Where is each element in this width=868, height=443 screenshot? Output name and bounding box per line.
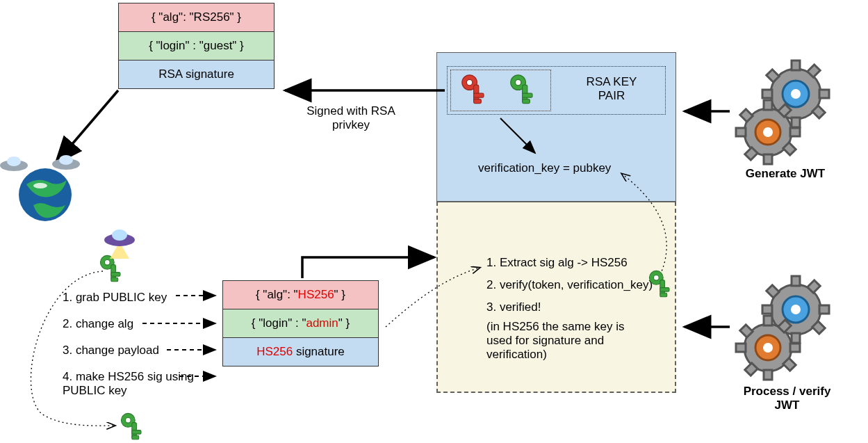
gears-generate-icon [736, 61, 829, 164]
svg-point-37 [59, 155, 73, 165]
generate-jwt-label: Generate JWT [740, 167, 830, 181]
attack-step-2: 2. change alg [63, 317, 133, 331]
jwt-forged-header: { "alg": "HS256" } [223, 281, 378, 309]
svg-point-36 [52, 159, 80, 170]
ufo-attacker-icon [104, 229, 135, 259]
jwt-forged-payload: { "login" : "admin" } [223, 309, 378, 338]
process-verify-label: Process / verify JWT [733, 385, 841, 412]
attack-step-4: 4. make HS256 sig using PUBLIC key [63, 370, 202, 398]
svg-point-40 [112, 229, 127, 241]
jwt-original: { "alg": "RS256" } { "login" : "guest" }… [118, 3, 275, 89]
signed-with-label: Signed with RSA privkey [292, 104, 410, 132]
jwt-original-payload: { "login" : "guest" } [119, 32, 274, 61]
arrow-forged-to-server [302, 257, 434, 278]
svg-point-35 [7, 156, 21, 166]
ufo-left-icon [0, 156, 28, 171]
jwt-forged: { "alg": "HS256" } { "login" : "admin" }… [222, 280, 379, 367]
attack-step-3: 3. change payload [63, 344, 159, 357]
loose-key-icon [121, 413, 141, 439]
verification-key-label: verification_key = pubkey [478, 161, 611, 175]
svg-point-33 [33, 183, 47, 188]
ufo-right-icon [52, 155, 80, 170]
gears-verify-icon [736, 276, 829, 380]
attacker-key-icon [100, 255, 120, 281]
jwt-original-header: { "alg": "RS256" } [119, 3, 274, 32]
server-verify-box [436, 202, 676, 393]
svg-marker-38 [110, 242, 129, 259]
keypair-label: RSA KEY PAIR [573, 75, 650, 103]
svg-point-32 [19, 168, 72, 221]
svg-point-34 [0, 160, 28, 171]
verify-step-4: (in HS256 the same key is used for signa… [486, 320, 646, 362]
verify-step-3: 3. verified! [486, 300, 541, 314]
svg-point-39 [104, 234, 135, 246]
diagram-canvas: { "alg": "RS256" } { "login" : "guest" }… [0, 0, 868, 443]
attack-step-1: 1. grab PUBLIC key [63, 291, 167, 305]
globe-icon [19, 168, 72, 221]
verify-step-2: 2. verify(token, verification_key) [486, 278, 653, 292]
arrow-to-globe [56, 90, 118, 163]
keypair-inner [450, 70, 551, 111]
jwt-forged-sig: HS256 signature [223, 338, 378, 366]
jwt-original-sig: RSA signature [119, 61, 274, 88]
verify-step-1: 1. Extract sig alg -> HS256 [486, 256, 628, 270]
